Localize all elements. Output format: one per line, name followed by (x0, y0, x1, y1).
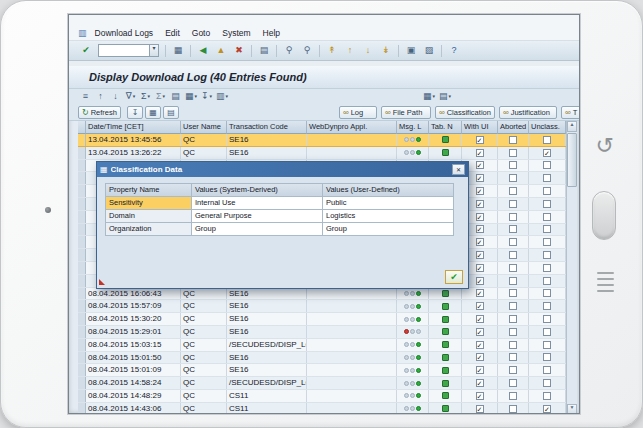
home-button[interactable] (592, 191, 616, 240)
details-button[interactable]: ≡ (78, 90, 93, 103)
dropdown-caret-icon[interactable]: ▾ (150, 44, 159, 57)
row-selector[interactable] (78, 198, 86, 210)
row-selector[interactable] (78, 377, 86, 389)
enter-icon[interactable]: ✔ (78, 46, 94, 55)
toolbar-icon-button[interactable]: ▤ (163, 106, 179, 119)
with-ui-checkbox[interactable]: ✓ (476, 328, 484, 336)
unclass-checkbox[interactable]: ✓ (543, 149, 551, 157)
row-selector[interactable] (78, 134, 86, 146)
with-ui-checkbox[interactable]: ✓ (476, 238, 484, 246)
aborted-checkbox[interactable] (509, 225, 517, 233)
property-cell[interactable]: Organization (106, 223, 192, 236)
table-row[interactable]: 08.04.2015 14:43:06QCCS11✓✓ (78, 403, 577, 414)
prev-page-icon[interactable]: ↑ (342, 46, 358, 55)
unclass-checkbox[interactable] (543, 277, 551, 285)
row-selector[interactable] (78, 326, 86, 338)
with-ui-checkbox[interactable]: ✓ (476, 213, 484, 221)
row-selector[interactable] (78, 249, 86, 261)
table-row[interactable]: 08.04.2015 15:30:20QCSE16✓ (78, 313, 577, 326)
unclass-checkbox[interactable] (543, 251, 551, 259)
unclass-checkbox[interactable] (543, 225, 551, 233)
table-row[interactable]: 08.04.2015 16:06:43QCSE16✓ (78, 288, 577, 301)
cancel-icon[interactable]: ✖ (231, 46, 247, 55)
menu-item-help[interactable]: Help (263, 28, 280, 38)
views-button[interactable]: ▦▾ (183, 90, 199, 103)
unclass-checkbox[interactable] (543, 379, 551, 387)
table-row[interactable]: 08.04.2015 14:58:24QC/SECUDESD/DISP_LOG✓ (78, 377, 577, 390)
row-selector[interactable] (78, 352, 86, 364)
with-ui-checkbox[interactable]: ✓ (476, 264, 484, 272)
truncated-button[interactable]: ∞ T (561, 106, 580, 119)
table-row[interactable]: 08.04.2015 15:01:50QCSE16✓ (78, 352, 577, 365)
row-selector[interactable] (78, 364, 86, 376)
unclass-checkbox[interactable] (543, 392, 551, 400)
aborted-checkbox[interactable] (509, 328, 517, 336)
table-row[interactable]: 08.04.2015 15:01:09QCSE16✓ (78, 364, 577, 377)
subtotal-button[interactable]: Σ▾ (153, 90, 168, 103)
dialog-title-bar[interactable]: ▦ Classification Data ✕ (97, 162, 468, 177)
dialog-row[interactable]: SensitivityInternal UsePublic (106, 197, 454, 210)
with-ui-checkbox[interactable]: ✓ (476, 149, 484, 157)
dialog-row[interactable]: OrganizationGroupGroup (106, 223, 454, 236)
choose-layout-button[interactable]: ▦▾ (421, 90, 437, 103)
column-header[interactable]: Transaction Code (227, 121, 307, 134)
aborted-checkbox[interactable] (509, 149, 517, 157)
scroll-up-icon[interactable]: ▲ (567, 121, 577, 132)
menu-icon[interactable]: ▥ (78, 29, 87, 38)
unclass-checkbox[interactable] (543, 302, 551, 310)
next-page-icon[interactable]: ↓ (360, 46, 376, 55)
row-selector[interactable] (78, 300, 86, 312)
row-selector[interactable] (78, 147, 86, 159)
row-selector[interactable] (78, 390, 86, 402)
help-icon[interactable]: ? (446, 46, 462, 55)
export-button[interactable]: ↧▾ (199, 90, 214, 103)
with-ui-checkbox[interactable]: ✓ (476, 315, 484, 323)
aborted-checkbox[interactable] (509, 392, 517, 400)
column-header[interactable]: Aborted (498, 121, 529, 134)
menu-item-system[interactable]: System (222, 28, 250, 38)
column-header[interactable]: Msg. L (397, 121, 429, 134)
row-selector[interactable] (78, 288, 86, 300)
table-row[interactable]: 08.04.2015 14:48:29QCCS11✓ (78, 390, 577, 403)
unclass-checkbox[interactable] (543, 328, 551, 336)
with-ui-checkbox[interactable]: ✓ (476, 341, 484, 349)
aborted-checkbox[interactable] (509, 264, 517, 272)
with-ui-checkbox[interactable]: ✓ (476, 289, 484, 297)
aborted-checkbox[interactable] (509, 379, 517, 387)
unclass-checkbox[interactable]: ✓ (543, 405, 551, 413)
aborted-checkbox[interactable] (509, 187, 517, 195)
column-header[interactable]: WebDynpro Appl. (307, 121, 397, 134)
print-button[interactable]: ▤ (168, 90, 183, 103)
unclass-checkbox[interactable] (543, 353, 551, 361)
device-back-icon[interactable]: ↺ (596, 135, 614, 157)
exit-icon[interactable]: ▲ (213, 46, 229, 55)
more-button[interactable]: ▤▾ (437, 90, 453, 103)
with-ui-checkbox[interactable]: ✓ (476, 277, 484, 285)
unclass-checkbox[interactable] (543, 366, 551, 374)
table-row[interactable]: 13.04.2015 13:45:56QCSE16✓ (78, 134, 577, 147)
row-selector[interactable] (78, 224, 86, 236)
aborted-checkbox[interactable] (509, 136, 517, 144)
first-page-icon[interactable]: ↟ (324, 46, 340, 55)
aborted-checkbox[interactable] (509, 302, 517, 310)
menu-item-goto[interactable]: Goto (192, 28, 210, 38)
back-icon[interactable]: ◀ (195, 46, 211, 55)
column-header[interactable]: User Name (181, 121, 227, 134)
aborted-checkbox[interactable] (509, 238, 517, 246)
dialog-close-button[interactable]: ✕ (452, 164, 465, 175)
aborted-checkbox[interactable] (509, 213, 517, 221)
with-ui-checkbox[interactable]: ✓ (476, 405, 484, 413)
print-icon[interactable]: ▤ (256, 46, 272, 55)
aborted-checkbox[interactable] (509, 341, 517, 349)
with-ui-checkbox[interactable]: ✓ (476, 200, 484, 208)
unclass-checkbox[interactable] (543, 136, 551, 144)
column-header[interactable]: Tab. N (429, 121, 462, 134)
toolbar-icon-button[interactable]: ▦ (145, 106, 161, 119)
total-button[interactable]: Σ▾ (138, 90, 153, 103)
aborted-checkbox[interactable] (509, 353, 517, 361)
toolbar-icon-button[interactable]: ↧ (127, 106, 143, 119)
unclass-checkbox[interactable] (543, 161, 551, 169)
layout-button[interactable]: ▥▾ (214, 90, 230, 103)
dialog-confirm-button[interactable]: ✔ (445, 270, 463, 284)
with-ui-checkbox[interactable]: ✓ (476, 353, 484, 361)
